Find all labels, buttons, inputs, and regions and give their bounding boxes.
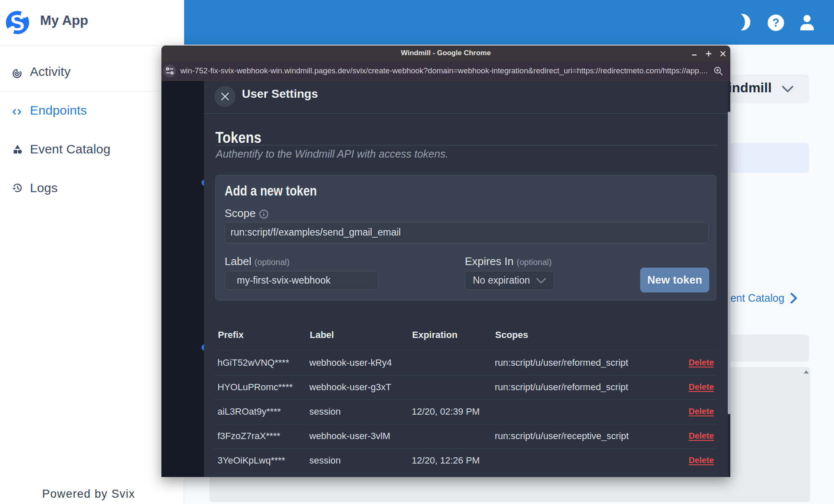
svg-text:?: ? [772,16,780,29]
svg-text:S: S [10,11,25,35]
